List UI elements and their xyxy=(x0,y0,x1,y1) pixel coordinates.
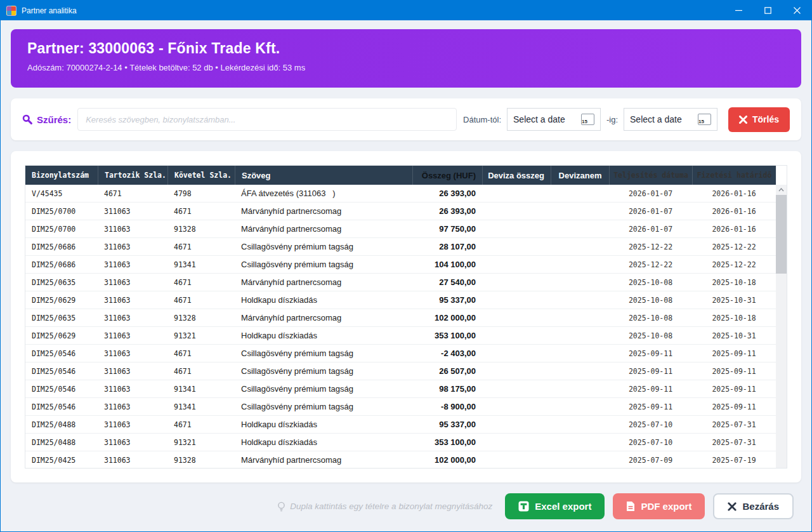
table-row[interactable]: DIM25/04883110634671Holdkapu díszkiadás9… xyxy=(25,416,776,434)
table-card: BizonylatszámTartozik Szla.Követel Szla.… xyxy=(11,151,801,482)
table-cell: 2026-01-16 xyxy=(692,189,776,198)
table-cell: 2026-01-07 xyxy=(609,207,692,216)
column-header[interactable]: Bizonylatszám xyxy=(25,166,98,185)
column-header[interactable]: Követel Szla. xyxy=(167,166,235,185)
table-cell: DIM25/0635 xyxy=(25,278,98,287)
table-cell: 91341 xyxy=(167,402,235,411)
scrollbar-track[interactable] xyxy=(776,185,787,468)
table-row[interactable]: DIM25/070031106391328Márványhíd partnerc… xyxy=(25,220,776,238)
close-window-button[interactable] xyxy=(782,1,811,20)
table-row[interactable]: DIM25/06353110634671Márványhíd partnercs… xyxy=(25,274,776,291)
column-header[interactable]: Összeg (HUF) xyxy=(412,166,482,185)
vertical-scrollbar[interactable] xyxy=(776,166,787,468)
table-cell: 311063 xyxy=(98,367,167,376)
table-cell: 2025-09-11 xyxy=(609,367,692,376)
table-row[interactable]: DIM25/042531106391328Márványhíd partnerc… xyxy=(25,451,776,468)
table-cell: 311063 xyxy=(98,225,167,234)
clear-filter-button[interactable]: Törlés xyxy=(728,107,790,132)
clear-button-label: Törlés xyxy=(752,114,779,124)
table-cell: 91328 xyxy=(167,225,235,234)
table-cell: Csillagösvény prémium tagság xyxy=(235,384,412,394)
table-cell: DIM25/0546 xyxy=(25,349,98,358)
table-cell: 91321 xyxy=(167,331,235,340)
date-to-value: Select a date xyxy=(630,114,682,124)
table-cell: 2025-12-22 xyxy=(692,260,776,269)
table-cell: 2026-01-16 xyxy=(692,207,776,216)
table-cell: 2025-12-22 xyxy=(692,243,776,251)
column-header[interactable]: Deviza összeg xyxy=(482,166,551,185)
close-x-icon xyxy=(728,502,737,511)
table-row[interactable]: DIM25/06293110634671Holdkapu díszkiadás9… xyxy=(25,291,776,309)
date-to-picker[interactable]: Select a date 15 xyxy=(624,108,717,131)
column-header[interactable]: Fizetési határidő xyxy=(692,166,776,185)
pdf-export-button[interactable]: PDF export xyxy=(613,493,705,519)
scrollbar-thumb[interactable] xyxy=(776,195,787,274)
table-row[interactable]: DIM25/05463110634671Csillagösvény prémiu… xyxy=(25,345,776,362)
maximize-icon xyxy=(764,7,771,14)
date-from-picker[interactable]: Select a date 15 xyxy=(507,108,601,131)
table-cell: 4671 xyxy=(167,367,235,376)
table-cell: 2025-10-08 xyxy=(609,314,692,323)
table-cell: Csillagösvény prémium tagság xyxy=(235,402,412,411)
table-row[interactable]: V/4543546714798ÁFA átvezetés (311063 )26… xyxy=(25,185,776,203)
table-row[interactable]: DIM25/054631106391341Csillagösvény prémi… xyxy=(25,380,776,398)
table-cell: 2025-07-31 xyxy=(692,420,776,429)
pdf-icon xyxy=(626,501,635,512)
table-row[interactable]: DIM25/063531106391328Márványhíd partnerc… xyxy=(25,309,776,327)
table-row[interactable]: DIM25/07003110634671Márványhíd partnercs… xyxy=(25,203,776,220)
filter-bar: Szűrés: Dátum-tól: Select a date 15 -ig:… xyxy=(11,98,801,140)
table-row[interactable]: DIM25/048831106391321Holdkapu díszkiadás… xyxy=(25,434,776,451)
scroll-up-arrow-icon[interactable] xyxy=(776,185,787,194)
table-cell: 4671 xyxy=(167,349,235,358)
table-cell: DIM25/0546 xyxy=(25,402,98,411)
table-cell: 2025-10-08 xyxy=(609,278,692,287)
table-cell: DIM25/0546 xyxy=(25,385,98,394)
excel-icon xyxy=(518,501,529,512)
column-header[interactable]: Devizanem xyxy=(551,166,609,185)
column-header[interactable]: Tartozik Szla. xyxy=(98,166,167,185)
close-icon xyxy=(794,7,801,14)
calendar-icon: 15 xyxy=(698,114,711,125)
transactions-table: BizonylatszámTartozik Szla.Követel Szla.… xyxy=(25,165,787,469)
table-cell: 311063 xyxy=(98,243,167,251)
table-cell: 311063 xyxy=(98,314,167,323)
table-cell: -2 403,00 xyxy=(412,349,482,358)
search-input[interactable] xyxy=(77,108,457,131)
close-dialog-button[interactable]: Bezárás xyxy=(713,493,794,519)
table-row[interactable]: DIM25/062931106391321Holdkapu díszkiadás… xyxy=(25,327,776,345)
table-cell: DIM25/0629 xyxy=(25,296,98,305)
table-cell: 2025-10-31 xyxy=(692,296,776,305)
maximize-button[interactable] xyxy=(753,1,782,20)
table-cell: 104 100,00 xyxy=(412,260,482,269)
table-row[interactable]: DIM25/054631106391341Csillagösvény prémi… xyxy=(25,398,776,416)
minimize-button[interactable] xyxy=(724,1,753,20)
column-header[interactable]: Szöveg xyxy=(235,166,412,185)
clear-x-icon xyxy=(739,116,747,124)
table-cell: 311063 xyxy=(98,349,167,358)
table-cell: 27 540,00 xyxy=(412,277,482,287)
table-cell: 311063 xyxy=(98,331,167,340)
table-row[interactable]: DIM25/06863110634671Csillagösvény prémiu… xyxy=(25,238,776,256)
table-cell: 2025-10-31 xyxy=(692,331,776,340)
table-cell: Márványhíd partnercsomag xyxy=(235,224,412,234)
table-cell: 2025-09-11 xyxy=(692,367,776,376)
table-cell: DIM25/0488 xyxy=(25,438,98,447)
table-cell: 2026-01-07 xyxy=(609,225,692,234)
table-cell: 2025-10-18 xyxy=(692,314,776,323)
table-cell: 4671 xyxy=(167,278,235,287)
titlebar: Partner analitika xyxy=(1,1,811,20)
window-controls xyxy=(724,1,811,20)
column-header[interactable]: Teljesítés dátuma xyxy=(609,166,692,185)
hint-label: Dupla kattintás egy tételre a bizonylat … xyxy=(290,502,492,511)
excel-button-label: Excel export xyxy=(535,501,591,512)
table-row[interactable]: DIM25/068631106391341Csillagösvény prémi… xyxy=(25,256,776,274)
table-cell: 102 000,00 xyxy=(412,455,482,465)
table-cell: 26 393,00 xyxy=(412,189,482,198)
excel-export-button[interactable]: Excel export xyxy=(505,493,605,519)
app-icon xyxy=(6,6,16,16)
date-to-label: -ig: xyxy=(606,115,618,124)
table-row[interactable]: DIM25/05463110634671Csillagösvény prémiu… xyxy=(25,362,776,380)
table-cell: 2025-12-22 xyxy=(609,260,692,269)
table-cell: 97 750,00 xyxy=(412,224,482,234)
table-cell: Holdkapu díszkiadás xyxy=(235,295,412,305)
